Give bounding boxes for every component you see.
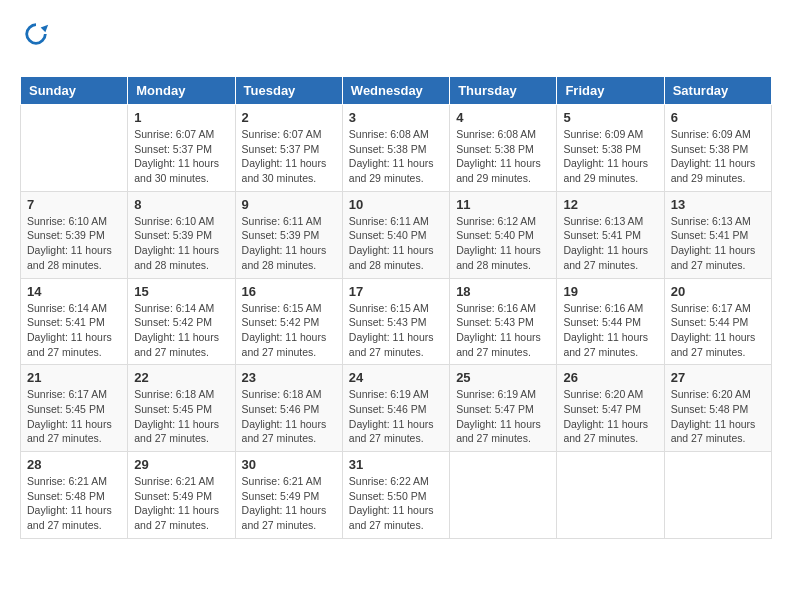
sunset-text: Sunset: 5:41 PM bbox=[563, 229, 641, 241]
sunrise-text: Sunrise: 6:13 AM bbox=[671, 215, 751, 227]
daylight-text: Daylight: 11 hours and 29 minutes. bbox=[456, 157, 541, 184]
daylight-text: Daylight: 11 hours and 27 minutes. bbox=[349, 331, 434, 358]
header-sunday: Sunday bbox=[21, 77, 128, 105]
calendar-cell: 26 Sunrise: 6:20 AM Sunset: 5:47 PM Dayl… bbox=[557, 365, 664, 452]
calendar-cell: 4 Sunrise: 6:08 AM Sunset: 5:38 PM Dayli… bbox=[450, 105, 557, 192]
sunset-text: Sunset: 5:41 PM bbox=[671, 229, 749, 241]
header-saturday: Saturday bbox=[664, 77, 771, 105]
sunrise-text: Sunrise: 6:07 AM bbox=[134, 128, 214, 140]
day-info: Sunrise: 6:19 AM Sunset: 5:47 PM Dayligh… bbox=[456, 387, 550, 446]
day-number: 2 bbox=[242, 110, 336, 125]
calendar-cell: 8 Sunrise: 6:10 AM Sunset: 5:39 PM Dayli… bbox=[128, 191, 235, 278]
sunset-text: Sunset: 5:41 PM bbox=[27, 316, 105, 328]
sunrise-text: Sunrise: 6:15 AM bbox=[349, 302, 429, 314]
daylight-text: Daylight: 11 hours and 27 minutes. bbox=[671, 244, 756, 271]
sunset-text: Sunset: 5:37 PM bbox=[242, 143, 320, 155]
day-info: Sunrise: 6:18 AM Sunset: 5:45 PM Dayligh… bbox=[134, 387, 228, 446]
sunset-text: Sunset: 5:48 PM bbox=[671, 403, 749, 415]
calendar-cell: 13 Sunrise: 6:13 AM Sunset: 5:41 PM Dayl… bbox=[664, 191, 771, 278]
sunrise-text: Sunrise: 6:20 AM bbox=[671, 388, 751, 400]
calendar-cell: 7 Sunrise: 6:10 AM Sunset: 5:39 PM Dayli… bbox=[21, 191, 128, 278]
week-row-4: 21 Sunrise: 6:17 AM Sunset: 5:45 PM Dayl… bbox=[21, 365, 772, 452]
day-number: 4 bbox=[456, 110, 550, 125]
day-number: 10 bbox=[349, 197, 443, 212]
day-info: Sunrise: 6:13 AM Sunset: 5:41 PM Dayligh… bbox=[671, 214, 765, 273]
daylight-text: Daylight: 11 hours and 27 minutes. bbox=[456, 418, 541, 445]
calendar-cell: 11 Sunrise: 6:12 AM Sunset: 5:40 PM Dayl… bbox=[450, 191, 557, 278]
calendar-table: SundayMondayTuesdayWednesdayThursdayFrid… bbox=[20, 76, 772, 539]
day-info: Sunrise: 6:20 AM Sunset: 5:48 PM Dayligh… bbox=[671, 387, 765, 446]
day-info: Sunrise: 6:16 AM Sunset: 5:43 PM Dayligh… bbox=[456, 301, 550, 360]
daylight-text: Daylight: 11 hours and 27 minutes. bbox=[27, 418, 112, 445]
day-number: 28 bbox=[27, 457, 121, 472]
daylight-text: Daylight: 11 hours and 27 minutes. bbox=[27, 331, 112, 358]
day-info: Sunrise: 6:11 AM Sunset: 5:40 PM Dayligh… bbox=[349, 214, 443, 273]
calendar-cell: 25 Sunrise: 6:19 AM Sunset: 5:47 PM Dayl… bbox=[450, 365, 557, 452]
day-number: 25 bbox=[456, 370, 550, 385]
day-number: 18 bbox=[456, 284, 550, 299]
sunrise-text: Sunrise: 6:22 AM bbox=[349, 475, 429, 487]
sunrise-text: Sunrise: 6:16 AM bbox=[563, 302, 643, 314]
sunrise-text: Sunrise: 6:20 AM bbox=[563, 388, 643, 400]
sunrise-text: Sunrise: 6:14 AM bbox=[134, 302, 214, 314]
daylight-text: Daylight: 11 hours and 27 minutes. bbox=[27, 504, 112, 531]
sunset-text: Sunset: 5:42 PM bbox=[242, 316, 320, 328]
sunrise-text: Sunrise: 6:21 AM bbox=[134, 475, 214, 487]
day-number: 21 bbox=[27, 370, 121, 385]
week-row-1: 1 Sunrise: 6:07 AM Sunset: 5:37 PM Dayli… bbox=[21, 105, 772, 192]
daylight-text: Daylight: 11 hours and 27 minutes. bbox=[563, 244, 648, 271]
day-number: 23 bbox=[242, 370, 336, 385]
daylight-text: Daylight: 11 hours and 27 minutes. bbox=[671, 331, 756, 358]
sunset-text: Sunset: 5:49 PM bbox=[134, 490, 212, 502]
day-info: Sunrise: 6:07 AM Sunset: 5:37 PM Dayligh… bbox=[134, 127, 228, 186]
calendar-cell: 16 Sunrise: 6:15 AM Sunset: 5:42 PM Dayl… bbox=[235, 278, 342, 365]
day-info: Sunrise: 6:15 AM Sunset: 5:43 PM Dayligh… bbox=[349, 301, 443, 360]
sunset-text: Sunset: 5:46 PM bbox=[242, 403, 320, 415]
calendar-cell: 17 Sunrise: 6:15 AM Sunset: 5:43 PM Dayl… bbox=[342, 278, 449, 365]
day-number: 11 bbox=[456, 197, 550, 212]
daylight-text: Daylight: 11 hours and 27 minutes. bbox=[134, 504, 219, 531]
sunset-text: Sunset: 5:42 PM bbox=[134, 316, 212, 328]
sunset-text: Sunset: 5:50 PM bbox=[349, 490, 427, 502]
calendar-cell: 14 Sunrise: 6:14 AM Sunset: 5:41 PM Dayl… bbox=[21, 278, 128, 365]
calendar-cell: 5 Sunrise: 6:09 AM Sunset: 5:38 PM Dayli… bbox=[557, 105, 664, 192]
sunset-text: Sunset: 5:37 PM bbox=[134, 143, 212, 155]
sunrise-text: Sunrise: 6:15 AM bbox=[242, 302, 322, 314]
day-info: Sunrise: 6:20 AM Sunset: 5:47 PM Dayligh… bbox=[563, 387, 657, 446]
day-info: Sunrise: 6:10 AM Sunset: 5:39 PM Dayligh… bbox=[27, 214, 121, 273]
sunrise-text: Sunrise: 6:16 AM bbox=[456, 302, 536, 314]
calendar-cell: 23 Sunrise: 6:18 AM Sunset: 5:46 PM Dayl… bbox=[235, 365, 342, 452]
logo-icon bbox=[22, 20, 50, 48]
sunset-text: Sunset: 5:38 PM bbox=[349, 143, 427, 155]
calendar-cell: 9 Sunrise: 6:11 AM Sunset: 5:39 PM Dayli… bbox=[235, 191, 342, 278]
daylight-text: Daylight: 11 hours and 29 minutes. bbox=[671, 157, 756, 184]
day-number: 13 bbox=[671, 197, 765, 212]
calendar-cell: 6 Sunrise: 6:09 AM Sunset: 5:38 PM Dayli… bbox=[664, 105, 771, 192]
sunrise-text: Sunrise: 6:09 AM bbox=[563, 128, 643, 140]
daylight-text: Daylight: 11 hours and 27 minutes. bbox=[456, 331, 541, 358]
day-number: 9 bbox=[242, 197, 336, 212]
daylight-text: Daylight: 11 hours and 28 minutes. bbox=[242, 244, 327, 271]
sunset-text: Sunset: 5:39 PM bbox=[242, 229, 320, 241]
calendar-cell bbox=[450, 452, 557, 539]
calendar-cell: 21 Sunrise: 6:17 AM Sunset: 5:45 PM Dayl… bbox=[21, 365, 128, 452]
sunrise-text: Sunrise: 6:08 AM bbox=[456, 128, 536, 140]
sunrise-text: Sunrise: 6:21 AM bbox=[27, 475, 107, 487]
sunset-text: Sunset: 5:40 PM bbox=[456, 229, 534, 241]
daylight-text: Daylight: 11 hours and 27 minutes. bbox=[671, 418, 756, 445]
day-info: Sunrise: 6:21 AM Sunset: 5:49 PM Dayligh… bbox=[134, 474, 228, 533]
sunset-text: Sunset: 5:38 PM bbox=[671, 143, 749, 155]
day-info: Sunrise: 6:09 AM Sunset: 5:38 PM Dayligh… bbox=[563, 127, 657, 186]
day-number: 26 bbox=[563, 370, 657, 385]
sunset-text: Sunset: 5:43 PM bbox=[456, 316, 534, 328]
sunset-text: Sunset: 5:44 PM bbox=[563, 316, 641, 328]
sunrise-text: Sunrise: 6:19 AM bbox=[349, 388, 429, 400]
sunset-text: Sunset: 5:47 PM bbox=[456, 403, 534, 415]
sunrise-text: Sunrise: 6:08 AM bbox=[349, 128, 429, 140]
sunset-text: Sunset: 5:38 PM bbox=[563, 143, 641, 155]
sunset-text: Sunset: 5:45 PM bbox=[134, 403, 212, 415]
day-info: Sunrise: 6:15 AM Sunset: 5:42 PM Dayligh… bbox=[242, 301, 336, 360]
day-number: 15 bbox=[134, 284, 228, 299]
daylight-text: Daylight: 11 hours and 30 minutes. bbox=[134, 157, 219, 184]
day-number: 5 bbox=[563, 110, 657, 125]
